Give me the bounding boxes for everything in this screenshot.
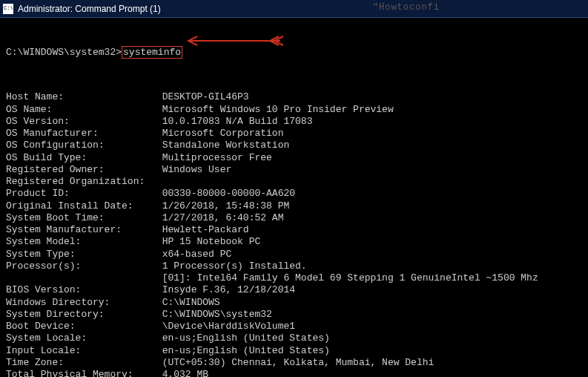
output-row: Windows Directory: C:\WINDOWS (6, 297, 582, 309)
output-row: System Locale: en-us;English (United Sta… (6, 332, 582, 344)
output-row: System Boot Time: 1/27/2018, 6:40:52 AM (6, 212, 582, 224)
output-row: System Model: HP 15 Notebook PC (6, 236, 582, 248)
watermark-text: "Howtoconfi (373, 2, 440, 13)
output-row: Product ID: 00330-80000-00000-AA620 (6, 188, 582, 200)
output-rows: Host Name: DESKTOP-GIL46P3OS Name: Micro… (6, 91, 582, 377)
output-row: BIOS Version: Insyde F.36, 12/18/2014 (6, 284, 582, 296)
output-row: Registered Organization: (6, 176, 582, 188)
output-row: Original Install Date: 1/26/2018, 15:48:… (6, 200, 582, 212)
output-row: System Type: x64-based PC (6, 249, 582, 260)
output-row: Host Name: DESKTOP-GIL46P3 (6, 91, 582, 103)
output-row: OS Manufacturer: Microsoft Corporation (6, 128, 582, 140)
prompt-path: C:\WINDOWS\system32> (6, 47, 122, 58)
output-row: Total Physical Memory: 4,032 MB (6, 369, 582, 377)
command-text: systeminfo (123, 47, 181, 58)
output-row: [01]: Intel64 Family 6 Model 69 Stepping… (6, 272, 582, 284)
output-row: System Directory: C:\WINDOWS\system32 (6, 309, 582, 321)
terminal-body[interactable]: C:\WINDOWS\system32>systeminfo Host Name… (0, 18, 588, 377)
output-row: Time Zone: (UTC+05:30) Chennai, Kolkata,… (6, 357, 582, 369)
output-row: OS Name: Microsoft Windows 10 Pro Inside… (6, 104, 582, 116)
annotation-arrow (184, 34, 288, 47)
command-highlight: systeminfo (122, 46, 182, 59)
prompt-line: C:\WINDOWS\system32>systeminfo (6, 47, 582, 59)
titlebar-text: Administrator: Command Prompt (1) (18, 4, 161, 14)
output-row: Registered Owner: Windows User (6, 164, 582, 176)
output-row: OS Configuration: Standalone Workstation (6, 140, 582, 151)
output-row: Input Locale: en-us;English (United Stat… (6, 345, 582, 357)
output-row: System Manufacturer: Hewlett-Packard (6, 224, 582, 236)
output-row: Processor(s): 1 Processor(s) Installed. (6, 260, 582, 272)
output-row: OS Build Type: Multiprocessor Free (6, 152, 582, 164)
output-row: Boot Device: \Device\HarddiskVolume1 (6, 321, 582, 332)
output-row: OS Version: 10.0.17083 N/A Build 17083 (6, 116, 582, 128)
cmd-icon (3, 4, 13, 14)
titlebar: Administrator: Command Prompt (1) (0, 0, 588, 18)
